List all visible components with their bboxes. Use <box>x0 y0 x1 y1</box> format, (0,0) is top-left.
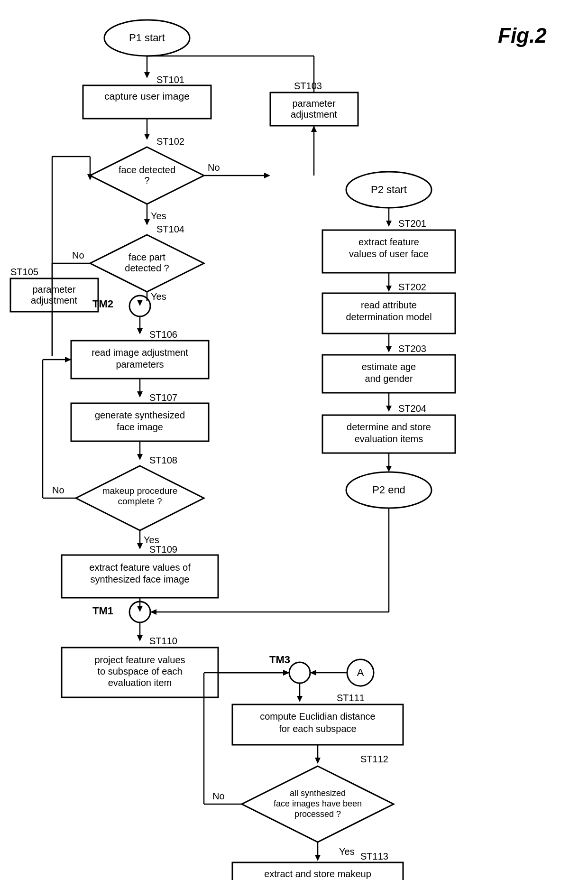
svg-marker-8 <box>264 173 270 178</box>
face-part-label2: detected ? <box>125 263 169 273</box>
svg-marker-32 <box>137 391 143 398</box>
svg-marker-60 <box>315 758 321 764</box>
svg-marker-48 <box>137 635 143 641</box>
estimate-age-label2: and gender <box>365 373 413 384</box>
compute-euclidian-label1: compute Euclidian distance <box>260 711 375 722</box>
st108-label: ST108 <box>149 455 177 465</box>
capture-user-image-label: capture user image <box>104 91 190 102</box>
svg-marker-87 <box>150 609 156 615</box>
st203-label: ST203 <box>398 343 426 354</box>
svg-marker-77 <box>386 346 392 352</box>
st105-label: ST105 <box>10 267 38 277</box>
st106-label: ST106 <box>149 329 177 340</box>
extract-user-face-label2: values of user face <box>349 249 429 259</box>
p2-end-label: P2 end <box>372 484 405 496</box>
svg-marker-42 <box>137 543 143 549</box>
face-detected-label2: ? <box>144 175 149 185</box>
svg-marker-35 <box>137 454 143 460</box>
a-label: A <box>357 667 364 678</box>
svg-point-52 <box>289 662 310 683</box>
flowchart-diagram: Fig.2 P1 start ST101 capture user image … <box>0 0 588 880</box>
read-attr-label2: determination model <box>346 312 432 322</box>
st103-label: ST103 <box>294 81 322 91</box>
st204-label: ST204 <box>398 403 426 414</box>
st110-label: ST110 <box>149 636 177 646</box>
read-image-adj-label1: read image adjustment <box>92 347 188 358</box>
svg-marker-29 <box>137 328 143 334</box>
read-attr-label1: read attribute <box>361 300 417 310</box>
tm2-label: TM2 <box>92 298 113 310</box>
makeup-complete-label1: makeup procedure <box>102 486 177 496</box>
param-adj-left-label1: parameter <box>32 284 75 295</box>
svg-marker-55 <box>310 670 316 676</box>
st202-label: ST202 <box>398 282 426 292</box>
st112-label: ST112 <box>360 754 388 764</box>
tm3-label: TM3 <box>269 654 290 666</box>
st102-label: ST102 <box>156 136 184 147</box>
param-adj-right-label2: adjustment <box>291 109 337 120</box>
yes-label-fpd: Yes <box>151 291 166 302</box>
st109-label: ST109 <box>149 544 177 555</box>
p2-start-label: P2 start <box>371 184 407 195</box>
gen-synth-label2: face image <box>117 422 163 432</box>
yes-label-asp: Yes <box>339 846 355 857</box>
gen-synth-label1: generate synthesized <box>95 410 185 420</box>
det-store-label2: evaluation items <box>355 434 423 444</box>
yes-label-mpc: Yes <box>144 535 159 545</box>
svg-marker-15 <box>144 219 150 225</box>
read-image-adj-label2: parameters <box>116 359 164 370</box>
project-label2: to subspace of each <box>97 666 182 676</box>
svg-marker-83 <box>386 466 392 472</box>
project-label1: project feature values <box>94 655 185 665</box>
compute-euclidian-label2: for each subspace <box>279 723 356 734</box>
st111-label: ST111 <box>337 693 365 703</box>
st101-label: ST101 <box>156 74 184 85</box>
param-adj-left-label2: adjustment <box>31 295 77 306</box>
svg-marker-65 <box>283 670 289 676</box>
det-store-label1: determine and store <box>347 422 431 432</box>
st201-label: ST201 <box>398 218 426 229</box>
yes-label-fd: Yes <box>151 211 166 221</box>
no-label-fpd: No <box>72 250 84 260</box>
all-synth-proc-label1: all synthesized <box>290 788 346 798</box>
project-label3: evaluation item <box>108 677 172 688</box>
no-label-mpc: No <box>52 485 64 495</box>
svg-marker-11 <box>311 126 317 132</box>
p1-start-label: P1 start <box>129 32 165 44</box>
svg-marker-40 <box>65 357 71 362</box>
no-label-asp: No <box>212 791 225 801</box>
all-synth-proc-label2: face images have been <box>274 799 362 808</box>
fig-label: Fig.2 <box>498 24 547 47</box>
face-detected-label1: face detected <box>119 165 175 175</box>
svg-marker-71 <box>386 221 392 227</box>
face-part-label1: face part <box>129 252 165 262</box>
svg-marker-80 <box>386 406 392 412</box>
all-synth-proc-label3: processed ? <box>294 809 341 819</box>
extract-store-label1: extract and store makeup <box>264 869 371 879</box>
st104-label: ST104 <box>156 224 184 234</box>
svg-marker-74 <box>386 286 392 292</box>
tm1-label: TM1 <box>92 605 113 617</box>
svg-marker-57 <box>297 696 303 702</box>
makeup-complete-label2: complete ? <box>118 496 162 506</box>
param-adj-right-label1: parameter <box>292 98 335 109</box>
svg-marker-67 <box>315 855 321 861</box>
extract-synth-label1: extract feature values of <box>89 562 191 573</box>
st107-label: ST107 <box>149 392 177 403</box>
st113-label: ST113 <box>360 851 388 861</box>
extract-synth-label2: synthesized face image <box>90 574 189 584</box>
svg-marker-5 <box>144 134 150 140</box>
svg-marker-2 <box>144 72 150 78</box>
extract-user-face-label1: extract feature <box>358 237 419 247</box>
estimate-age-label1: estimate age <box>362 361 416 372</box>
no-label-fd: No <box>208 162 220 173</box>
